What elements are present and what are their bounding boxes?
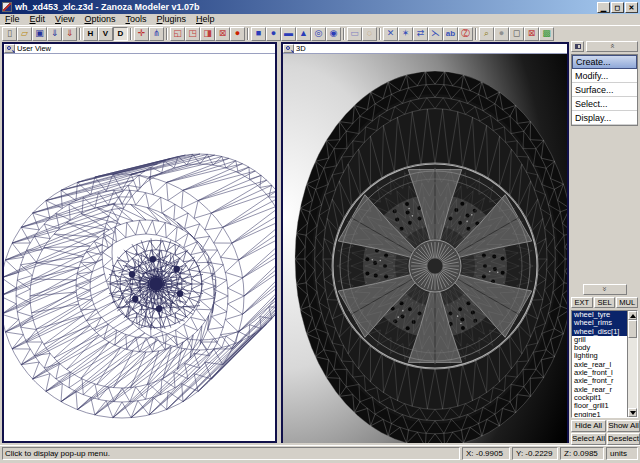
menu-item-select[interactable]: Select...: [572, 97, 637, 111]
export-file-button[interactable]: ⇓: [62, 27, 77, 41]
wireframe-mode-button[interactable]: ⋔: [149, 27, 164, 41]
menu-options[interactable]: Options: [79, 14, 120, 25]
scrollbar-thumb[interactable]: [628, 320, 637, 338]
polygons-level-button[interactable]: ◨: [200, 27, 215, 41]
vertical-split-icon: V: [103, 29, 108, 38]
rotate-tool-icon: ✶: [402, 29, 410, 38]
create-cone-button[interactable]: ▲: [296, 27, 311, 41]
open-file-button[interactable]: ▱: [17, 27, 32, 41]
restore-button[interactable]: ◻: [611, 2, 624, 13]
wireframe-mode-icon: ⋔: [153, 29, 161, 38]
menu-bar: FileEditViewOptionsToolsPluginsHelp: [0, 14, 640, 25]
magnifier-icon: [7, 46, 11, 50]
circle-select-button[interactable]: ◌: [362, 27, 377, 41]
local-axes-button[interactable]: ✛: [134, 27, 149, 41]
new-file-button[interactable]: ▯: [2, 27, 17, 41]
window-title: wh_xd453_xlc.z3d - Zanoza Modeler v1.07b: [15, 0, 597, 14]
divide-view-icon: D: [118, 29, 124, 38]
attach-tool-button[interactable]: ⋋: [428, 27, 443, 41]
rect-select-button[interactable]: ▭: [347, 27, 362, 41]
show-object-button[interactable]: ◻: [509, 27, 524, 41]
sel-mode-button[interactable]: SEL: [594, 297, 616, 308]
menu-item-surface[interactable]: Surface...: [572, 83, 637, 97]
menu-item-modify[interactable]: Modify...: [572, 69, 637, 83]
magnifier-icon: [286, 46, 290, 50]
selection-mode-buttons: EXTSELMUL: [571, 297, 638, 308]
collapse-panel-button[interactable]: «: [586, 41, 638, 52]
menu-item-display[interactable]: Display...: [572, 111, 637, 125]
units-label: units: [606, 447, 638, 460]
create-cylinder-icon: ▬: [284, 29, 293, 38]
smooth-shade-button[interactable]: ●: [494, 27, 509, 41]
create-geosphere-icon: ◉: [330, 29, 338, 38]
menu-tools[interactable]: Tools: [120, 14, 151, 25]
rename-tool-button[interactable]: ab: [443, 27, 458, 41]
close-button[interactable]: ✕: [625, 2, 638, 13]
edges-level-button[interactable]: ◳: [185, 27, 200, 41]
panel-spacer: [571, 126, 638, 284]
object-list-scrollbar[interactable]: [627, 311, 637, 417]
create-sphere-button[interactable]: ●: [266, 27, 281, 41]
hide-object-icon: ⊠: [528, 29, 536, 38]
mirror-tool-icon: ⇄: [417, 29, 425, 38]
hide-all-button[interactable]: Hide All: [571, 420, 606, 432]
scrollbar-track[interactable]: [628, 320, 637, 408]
list-action-buttons: Hide AllShow AllSelect AllDeselect: [571, 420, 638, 445]
menu-edit[interactable]: Edit: [25, 14, 51, 25]
viewport-menu-button[interactable]: [4, 44, 15, 53]
menu-view[interactable]: View: [50, 14, 79, 25]
deselect-button[interactable]: Deselect: [607, 433, 640, 445]
chevron-down-icon: »: [600, 287, 608, 291]
user-view-canvas[interactable]: [4, 54, 275, 443]
material-editor-button[interactable]: ●: [230, 27, 245, 41]
create-box-button[interactable]: ■: [251, 27, 266, 41]
create-cylinder-button[interactable]: ▬: [281, 27, 296, 41]
vertices-level-icon: ◱: [173, 29, 182, 38]
create-box-icon: ■: [256, 29, 261, 38]
material-editor-icon: ●: [235, 29, 240, 38]
import-file-button[interactable]: ⇓: [47, 27, 62, 41]
scroll-down-button[interactable]: [628, 408, 637, 417]
texture-view-button[interactable]: ▩: [539, 27, 554, 41]
horizontal-split-button[interactable]: H: [83, 27, 98, 41]
mirror-tool-button[interactable]: ⇄: [413, 27, 428, 41]
create-torus-button[interactable]: ◎: [311, 27, 326, 41]
3d-view-canvas[interactable]: [283, 54, 567, 443]
zoom-tool-button[interactable]: ⌕: [479, 27, 494, 41]
edges-level-icon: ◳: [188, 29, 197, 38]
viewport-label: 3D: [296, 44, 306, 54]
horizontal-split-icon: H: [88, 29, 94, 38]
move-tool-button[interactable]: ✕: [383, 27, 398, 41]
divide-view-button[interactable]: D: [113, 27, 128, 41]
object-list-item[interactable]: engine1: [572, 411, 627, 417]
rotate-tool-button[interactable]: ✶: [398, 27, 413, 41]
zanoza-logo-button[interactable]: Ⓩ: [458, 27, 473, 41]
select-all-button[interactable]: Select All: [571, 433, 606, 445]
new-file-icon: ▯: [7, 29, 12, 38]
panel-options-button[interactable]: [571, 41, 584, 52]
menu-item-create[interactable]: Create...: [572, 55, 637, 69]
hide-object-button[interactable]: ⊠: [524, 27, 539, 41]
show-all-button[interactable]: Show All: [607, 420, 640, 432]
minimize-button[interactable]: ▁: [597, 2, 610, 13]
attach-tool-icon: ⋋: [431, 29, 440, 38]
scroll-up-button[interactable]: [628, 311, 637, 320]
vertices-level-button[interactable]: ◱: [170, 27, 185, 41]
save-file-button[interactable]: ▣: [32, 27, 47, 41]
ext-mode-button[interactable]: EXT: [571, 297, 593, 308]
viewport-label: User View: [17, 44, 51, 54]
create-cone-icon: ▲: [299, 29, 308, 38]
expand-list-button[interactable]: »: [583, 284, 627, 295]
mul-mode-button[interactable]: MUL: [616, 297, 638, 308]
side-panel: « Create...Modify...Surface...Select...D…: [571, 41, 638, 445]
create-geosphere-button[interactable]: ◉: [326, 27, 341, 41]
y-coordinate: Y: -0.2229: [512, 447, 558, 460]
vertical-split-button[interactable]: V: [98, 27, 113, 41]
objects-level-button[interactable]: ⊠: [215, 27, 230, 41]
toolbar: ▯▱▣⇓⇓HVD✛⋔◱◳◨⊠●■●▬▲◎◉▭◌✕✶⇄⋋abⓏ⌕●◻⊠▩: [0, 25, 640, 41]
menu-file[interactable]: File: [0, 14, 25, 25]
menu-plugins[interactable]: Plugins: [151, 14, 191, 25]
menu-help[interactable]: Help: [191, 14, 220, 25]
viewport-menu-button[interactable]: [283, 44, 294, 53]
titlebar[interactable]: wh_xd453_xlc.z3d - Zanoza Modeler v1.07b…: [0, 0, 640, 14]
